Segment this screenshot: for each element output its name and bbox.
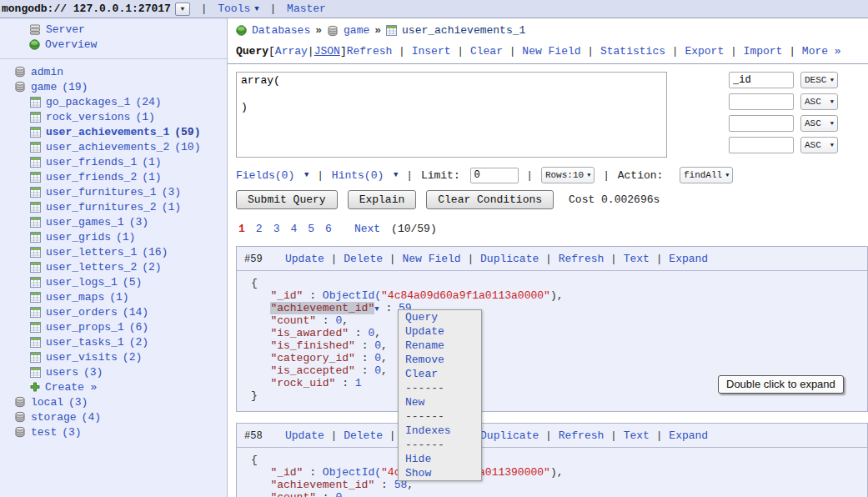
database-link[interactable]: test (31, 426, 57, 439)
toolbar-link[interactable]: New Field (522, 45, 580, 58)
create-collection-link[interactable]: Create » (45, 381, 97, 394)
context-menu-item[interactable]: ------ (399, 409, 481, 424)
collection-link[interactable]: user_furnitures_1 (46, 186, 157, 198)
json-segment: "rock_uid" (270, 377, 335, 389)
toolbar-link[interactable]: Import (744, 45, 783, 58)
database-link[interactable]: local (31, 396, 63, 409)
fields-dropdown[interactable]: Fields(0) (236, 169, 294, 182)
connection-dropdown-button[interactable]: ▼ (175, 3, 190, 16)
collection-link[interactable]: user_orders (46, 306, 118, 319)
context-menu-item[interactable]: ------ (399, 381, 481, 395)
record-action-link[interactable]: Delete (344, 253, 383, 265)
breadcrumb-database[interactable]: game (344, 24, 369, 37)
collection-link[interactable]: rock_versions (46, 111, 130, 123)
view-array-link[interactable]: Array (275, 45, 308, 58)
view-json-link[interactable]: JSON (314, 45, 340, 58)
context-menu-item[interactable]: Query (399, 310, 481, 324)
context-menu-item[interactable]: Show (399, 466, 481, 480)
sort-direction-select[interactable]: ASC▼ (800, 93, 838, 110)
collection-table-icon (30, 367, 41, 378)
toolbar-link[interactable]: Insert (412, 45, 451, 58)
record-action-link[interactable]: Text (624, 253, 650, 265)
limit-input[interactable] (470, 168, 519, 183)
context-menu-item[interactable]: New (399, 395, 481, 409)
collection-link[interactable]: go_packages_1 (46, 96, 130, 108)
sort-direction-select[interactable]: ASC▼ (800, 137, 838, 153)
context-menu-item[interactable]: ------ (399, 438, 481, 452)
context-menu-item[interactable]: Indexes (399, 424, 481, 438)
record-action-link[interactable]: New Field (402, 253, 460, 265)
collection-link[interactable]: user_grids (46, 231, 111, 243)
record-action-link[interactable]: Update (285, 429, 324, 442)
database-link[interactable]: admin (31, 66, 63, 78)
collection-link[interactable]: users (46, 366, 78, 379)
action-select[interactable]: findAll▼ (680, 167, 733, 183)
collection-link[interactable]: user_letters_1 (46, 246, 137, 259)
sort-field-input[interactable] (729, 115, 794, 132)
toolbar-link[interactable]: Refresh (347, 45, 393, 58)
toolbar-link[interactable]: Statistics (600, 45, 665, 58)
page-link[interactable]: 3 (273, 223, 280, 235)
collection-link[interactable]: user_achievements_1 (46, 126, 169, 138)
master-link[interactable]: Master (287, 3, 326, 15)
record-action-link[interactable]: Refresh (559, 253, 605, 265)
query-textarea[interactable]: array( ) (236, 72, 667, 158)
collection-link[interactable]: user_achievements_2 (46, 141, 169, 153)
overview-link[interactable]: Overview (45, 38, 97, 51)
collection-count: (1) (135, 111, 154, 123)
clear-conditions-button[interactable]: Clear Conditions (426, 190, 554, 209)
context-menu-item[interactable]: Rename (399, 339, 481, 353)
record-action-link[interactable]: Refresh (559, 429, 605, 442)
record-action-link[interactable]: Expand (669, 253, 708, 265)
toolbar-link[interactable]: More » (802, 45, 841, 58)
collection-count: (1) (109, 291, 128, 304)
page-link[interactable]: 5 (308, 223, 314, 235)
record-action-link[interactable]: Duplicate (480, 253, 539, 265)
chevron-down-icon[interactable]: ▼ (304, 171, 309, 179)
database-link[interactable]: storage (31, 411, 77, 424)
context-menu-item[interactable]: Update (399, 324, 481, 339)
chevron-down-icon[interactable]: ▼ (394, 171, 398, 179)
submit-query-button[interactable]: Submit Query (236, 190, 338, 209)
separator: | (503, 45, 522, 58)
record-action-link[interactable]: Text (624, 429, 650, 442)
explain-button[interactable]: Explain (348, 190, 417, 209)
sort-direction-select[interactable]: DESC▼ (800, 72, 838, 88)
context-menu-item[interactable]: Remove (399, 353, 481, 367)
json-segment: 0 (374, 364, 381, 377)
rows-select[interactable]: Rows:10▼ (541, 167, 595, 183)
page-link[interactable]: 6 (325, 223, 332, 235)
sort-direction-select[interactable]: ASC▼ (800, 115, 838, 132)
toolbar-link[interactable]: Export (685, 45, 724, 58)
context-menu-item[interactable]: Hide (399, 452, 481, 466)
next-page-link[interactable]: Next (354, 223, 380, 235)
record-action-link[interactable]: Update (285, 253, 324, 265)
page-link[interactable]: 2 (256, 223, 263, 235)
breadcrumb-databases[interactable]: Databases (252, 24, 310, 37)
collection-link[interactable]: user_games_1 (46, 216, 124, 228)
collection-link[interactable]: user_logs_1 (46, 276, 118, 289)
toolbar-link[interactable]: Clear (470, 45, 503, 58)
tools-menu[interactable]: Tools (218, 3, 250, 15)
page-link[interactable]: 4 (290, 223, 297, 235)
chevron-down-icon[interactable]: ▼ (254, 5, 258, 13)
record-json[interactable]: { "_id" : ObjectId("4c84a09d60a9f1a01139… (237, 448, 867, 497)
collection-link[interactable]: user_maps (46, 291, 104, 304)
sort-field-input[interactable] (729, 93, 794, 110)
collection-link[interactable]: user_friends_1 (46, 156, 137, 168)
context-menu-item[interactable]: Clear (399, 367, 481, 381)
database-link[interactable]: game (31, 81, 57, 93)
collection-link[interactable]: user_props_1 (46, 321, 124, 334)
record-action-link[interactable]: Expand (669, 429, 708, 442)
server-link[interactable]: Server (46, 23, 85, 36)
record-action-link[interactable]: Duplicate (480, 429, 539, 442)
collection-link[interactable]: user_friends_2 (46, 171, 137, 183)
sort-field-input[interactable] (729, 72, 794, 88)
collection-link[interactable]: user_letters_2 (46, 261, 137, 274)
sort-field-input[interactable] (729, 137, 794, 153)
collection-link[interactable]: user_tasks_1 (46, 336, 124, 349)
record-action-link[interactable]: Delete (344, 429, 383, 442)
collection-link[interactable]: user_visits (46, 351, 118, 364)
hints-dropdown[interactable]: Hints(0) (332, 169, 384, 182)
collection-link[interactable]: user_furnitures_2 (46, 201, 157, 213)
